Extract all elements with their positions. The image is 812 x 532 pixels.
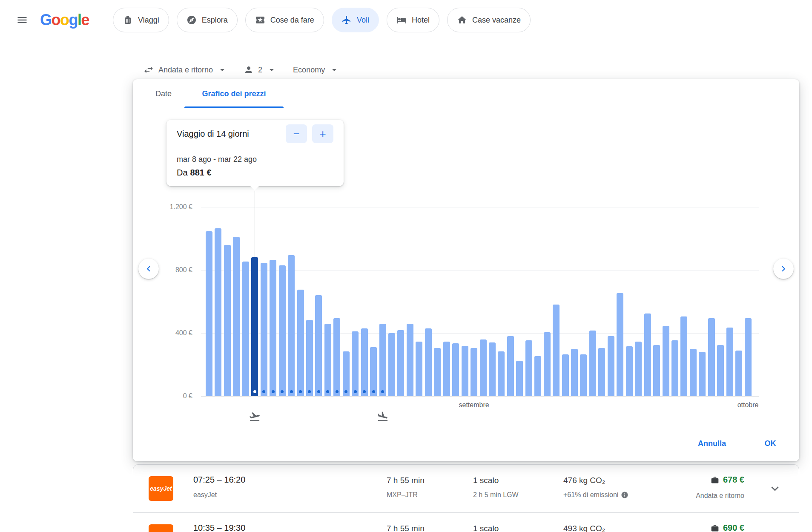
price-bar[interactable]: [525, 340, 532, 396]
price-bar[interactable]: [480, 339, 487, 396]
house-icon: [457, 15, 467, 25]
passengers-selector[interactable]: 2: [241, 65, 279, 75]
price-bar[interactable]: [653, 345, 660, 396]
nav-pill-hotel[interactable]: Hotel: [387, 8, 439, 32]
nav-pill-label: Case vacanze: [472, 16, 521, 25]
price-bar[interactable]: [507, 336, 514, 396]
price-bar-selected[interactable]: [251, 257, 258, 396]
price-bar[interactable]: [690, 349, 697, 396]
price-bar[interactable]: [434, 348, 441, 396]
price-bar[interactable]: [562, 354, 569, 396]
chart-next-button[interactable]: [773, 259, 794, 279]
selected-bar-guide-line: [255, 191, 255, 257]
google-logo-letter: l: [77, 11, 81, 29]
flight-result-row[interactable]: easyJet 07:25 – 16:20 easyJet 7 h 55 min…: [133, 465, 799, 512]
price-bar[interactable]: [452, 343, 459, 396]
price-bar[interactable]: [699, 352, 706, 396]
price-bar[interactable]: [553, 305, 560, 396]
chart-prev-button[interactable]: [138, 259, 159, 279]
price-bar[interactable]: [708, 318, 715, 396]
dropdown-caret-icon: [329, 65, 339, 75]
price-bar[interactable]: [626, 346, 633, 396]
price-bar[interactable]: [680, 316, 687, 396]
price-bar[interactable]: [397, 330, 404, 396]
price-bar[interactable]: [352, 331, 359, 396]
price-bar[interactable]: [608, 336, 614, 396]
y-axis-tick: 1.200 €: [133, 203, 192, 211]
price-bar[interactable]: [361, 328, 368, 396]
price-bar[interactable]: [306, 320, 313, 396]
price-bar[interactable]: [407, 324, 413, 396]
price-bar[interactable]: [242, 262, 249, 396]
price-bar[interactable]: [617, 293, 623, 396]
price-bar[interactable]: [224, 245, 231, 396]
price-bar[interactable]: [580, 354, 587, 396]
price-bar[interactable]: [425, 328, 432, 396]
price-bar[interactable]: [233, 237, 240, 396]
nav-pill-voli[interactable]: Voli: [332, 8, 379, 32]
price-bar[interactable]: [315, 295, 322, 396]
cabin-class-selector[interactable]: Economy: [290, 65, 342, 75]
price-bar[interactable]: [598, 348, 605, 396]
price-bar[interactable]: [644, 313, 651, 396]
dropdown-caret-icon: [267, 65, 277, 75]
month-label: ottobre: [737, 401, 759, 409]
trip-day-dot: [308, 390, 311, 393]
price-bar[interactable]: [261, 263, 267, 396]
price-bar[interactable]: [663, 326, 669, 396]
price-bar[interactable]: [370, 347, 377, 396]
activities-icon: [255, 15, 265, 25]
price-bar[interactable]: [416, 342, 422, 396]
price-bar[interactable]: [471, 348, 477, 396]
stop-detail: 2 h 5 min LGW: [473, 491, 519, 499]
price-bar[interactable]: [333, 318, 340, 396]
price-bar[interactable]: [571, 349, 578, 396]
decrease-trip-length-button[interactable]: −: [286, 124, 307, 143]
nav-pill-case-vacanze[interactable]: Case vacanze: [447, 8, 531, 32]
main-menu-button[interactable]: [10, 8, 34, 32]
flight-stops: 1 scalo: [473, 476, 499, 485]
price-bar[interactable]: [279, 265, 286, 396]
price-bar[interactable]: [379, 324, 386, 396]
price-bar[interactable]: [498, 351, 505, 396]
price-bar[interactable]: [671, 340, 678, 396]
nav-pill-label: Cose da fare: [270, 16, 314, 25]
trip-type-selector[interactable]: Andata e ritorno: [141, 64, 230, 75]
price-bar[interactable]: [215, 228, 221, 396]
emissions-delta-row: +61% di emissioni: [563, 491, 628, 499]
price-bar[interactable]: [206, 231, 212, 396]
price-bar[interactable]: [717, 345, 724, 396]
chevron-left-icon: [143, 263, 154, 274]
info-icon[interactable]: [621, 491, 628, 499]
price-note: Andata e ritorno: [696, 492, 744, 500]
price-bar[interactable]: [589, 331, 596, 396]
price-bar[interactable]: [489, 342, 496, 396]
nav-pill-viaggi[interactable]: Viaggi: [113, 8, 169, 32]
trip-day-dot: [354, 390, 357, 393]
increase-trip-length-button[interactable]: +: [312, 124, 333, 143]
price-bar[interactable]: [288, 255, 295, 396]
price-bar[interactable]: [544, 332, 551, 396]
trip-day-dot: [336, 390, 339, 393]
price-bar[interactable]: [516, 361, 523, 396]
price-bar[interactable]: [270, 260, 276, 396]
google-logo[interactable]: Google: [40, 11, 89, 29]
price-bar[interactable]: [735, 351, 742, 396]
nav-pill-cose-da-fare[interactable]: Cose da fare: [245, 8, 324, 32]
price-bar[interactable]: [324, 324, 331, 396]
explore-icon: [187, 15, 197, 25]
price-bar[interactable]: [443, 342, 450, 396]
expand-flight-button[interactable]: [768, 481, 782, 496]
price-bar[interactable]: [745, 318, 752, 396]
price-bar[interactable]: [297, 290, 304, 396]
price-bar[interactable]: [343, 351, 350, 396]
price-bar[interactable]: [388, 333, 395, 396]
cancel-button[interactable]: Annulla: [686, 439, 737, 448]
price-bar[interactable]: [462, 346, 468, 396]
flight-result-row[interactable]: easyJet 10:35 – 19:30 7 h 55 min 1 scalo…: [133, 512, 799, 532]
price-bar[interactable]: [726, 328, 733, 396]
price-bar[interactable]: [534, 356, 541, 396]
price-bar[interactable]: [635, 342, 642, 396]
nav-pill-esplora[interactable]: Esplora: [177, 8, 238, 32]
ok-button[interactable]: OK: [755, 439, 785, 448]
